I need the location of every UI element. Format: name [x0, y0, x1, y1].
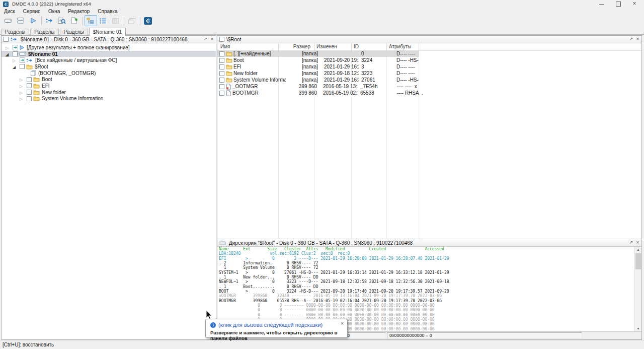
- collapse-icon[interactable]: ◢: [6, 51, 13, 57]
- expand-icon[interactable]: ▷: [6, 45, 13, 50]
- expand-icon[interactable]: ▷: [20, 77, 27, 82]
- file-row-new-folder[interactable]: New folder[папка]2021-09-18 12:323223D--…: [217, 70, 641, 77]
- tree-item--bootmgr-ootmgr-[interactable]: (BOOTMGR, _OOTMGR): [2, 70, 216, 77]
- file-row-efi[interactable]: EFI[папка]2021-01-29 16:283D---- ----: [217, 63, 641, 70]
- file-checkbox[interactable]: [219, 64, 224, 69]
- file-checkbox[interactable]: [219, 58, 224, 63]
- directory-record-line[interactable]: 1 System Volume 0 RHSV---- 72: [217, 265, 641, 270]
- tree-checkbox[interactable]: [27, 90, 32, 95]
- column-divider[interactable]: [419, 43, 419, 50]
- tree-item--[interactable]: ▷[Другие результаты + полное сканировани…: [2, 44, 216, 51]
- column-divider[interactable]: [278, 43, 279, 50]
- file-row--[interactable]: [..][+найденные][папка]0D---- ----: [217, 50, 641, 57]
- panel-close-icon[interactable]: ×: [209, 36, 215, 42]
- expand-icon[interactable]: ▷: [13, 57, 20, 63]
- directory-record-line[interactable]: . 1 New folder... 0 RHSV---- DD: [217, 275, 641, 280]
- panel-maximize-icon[interactable]: ↗: [202, 36, 209, 42]
- open-volume-button[interactable]: [27, 15, 40, 26]
- menu-4[interactable]: Редактор: [64, 8, 94, 15]
- select-device-button[interactable]: [2, 15, 15, 26]
- column-divider[interactable]: [351, 43, 352, 50]
- column-header-3[interactable]: Изменен: [314, 43, 351, 50]
- tree-checkbox[interactable]: [27, 96, 32, 101]
- panel-maximize-icon[interactable]: ↗: [628, 239, 634, 246]
- cell-size: [папка]: [286, 57, 321, 63]
- tree-checkbox[interactable]: [20, 64, 25, 69]
- directory-record-line[interactable]: BOOTMGR 399860 65538 RHS--A-- 2016-05-19…: [217, 299, 641, 303]
- collapse-icon[interactable]: ◢: [13, 64, 20, 69]
- tree-checkbox[interactable]: [27, 83, 32, 88]
- expand-icon[interactable]: ▷: [20, 90, 27, 95]
- file-checkbox[interactable]: [219, 71, 224, 76]
- directory-record-line[interactable]: xOOTMGR 399860 32340 -------- 2016-05-19…: [217, 294, 641, 298]
- column-header-1[interactable]: Имя: [217, 43, 278, 50]
- minimize-button[interactable]: [595, 0, 608, 8]
- panel-close-icon[interactable]: ×: [634, 36, 641, 42]
- file-checkbox[interactable]: [219, 51, 224, 56]
- files-column-header[interactable]: ИмяРазмерИзмененIDАтрибуты: [217, 43, 641, 51]
- directory-record-line[interactable]: 0 0 -------- 0000-00-00 00:00:00 0000-00…: [217, 303, 641, 308]
- partitions-button[interactable]: [15, 15, 27, 26]
- column-header-5[interactable]: Атрибуты: [386, 43, 423, 50]
- panel-maximize-icon[interactable]: ↗: [628, 36, 634, 42]
- cell-size: [папка]: [286, 71, 321, 76]
- file-row-system-volume-informa-[interactable]: System Volume Informa...[папка]2021-01-2…: [217, 77, 641, 83]
- hex-scrollbar[interactable]: ▲ ▼: [634, 247, 641, 332]
- column-header-2[interactable]: Размер: [278, 43, 314, 50]
- directory-record-line[interactable]: 0 0 -------- 0000-00-00 00:00:00 0000-00…: [217, 308, 641, 312]
- tree-item--[interactable]: ▷[Все найденные / виртуальная ФС]: [2, 57, 216, 63]
- file-row--ootmgr[interactable]: _OOTMGR399 8602016-05-19 13:16_7E54h ---…: [217, 83, 641, 90]
- about-dmde-button[interactable]: [142, 15, 154, 26]
- tree-item-efi[interactable]: ▷EFI: [2, 83, 216, 89]
- tree-item-label: $Root: [35, 64, 48, 69]
- directory-record-line[interactable]: NEWFOL~1 > 0 3223 ----D--- 2021-09-18 12…: [217, 280, 641, 284]
- tree-item-$noname-01[interactable]: ◢$Noname 01: [2, 51, 216, 57]
- file-checkbox[interactable]: [219, 78, 224, 83]
- column-divider[interactable]: [386, 43, 387, 50]
- expand-icon[interactable]: ▷: [20, 83, 27, 89]
- menu-5[interactable]: Справка: [94, 8, 121, 15]
- columns-view-button[interactable]: [110, 15, 122, 26]
- tree-view-button[interactable]: [85, 15, 97, 26]
- directory-record-line[interactable]: . 2 Information. 0 RHSV---- 72: [217, 261, 641, 265]
- directory-record-line[interactable]: EFI > 0 3 ----D--- 2021-01-29 16:28:08 2…: [217, 256, 641, 261]
- open-image-button[interactable]: [68, 15, 81, 26]
- full-scan-button[interactable]: [56, 15, 68, 26]
- tooltip-close-icon[interactable]: ×: [341, 321, 344, 326]
- tooltip-title[interactable]: i (клик для вызова следующей подсказки): [210, 322, 323, 328]
- directory-record-line[interactable]: SYSTEM~1 > 0 27061 -HS-D--- 2021-01-29 1…: [217, 270, 641, 275]
- file-row-bootmgr[interactable]: BOOTMGR399 8602016-05-19 02:1665538 ----…: [217, 90, 641, 96]
- column-divider[interactable]: [314, 43, 314, 50]
- expand-icon[interactable]: ▷: [20, 96, 27, 101]
- restore-button[interactable]: [612, 0, 625, 8]
- tree-item-$root[interactable]: ◢$Root: [2, 63, 216, 70]
- scrollbar-thumb[interactable]: [635, 253, 641, 269]
- tree-item-new-folder[interactable]: ▷New folder: [2, 89, 216, 96]
- scroll-up-icon[interactable]: ▲: [635, 247, 641, 253]
- column-header-4[interactable]: ID: [351, 43, 386, 50]
- scan-device-button[interactable]: [43, 15, 56, 26]
- directory-record-line[interactable]: 0 0 -------- 0000-00-00 00:00:00 0000-00…: [217, 313, 641, 317]
- file-checkbox[interactable]: [219, 91, 224, 96]
- file-checkbox[interactable]: [219, 84, 224, 89]
- menu-1[interactable]: Диск: [0, 8, 19, 15]
- tab-$noname-01[interactable]: $Noname 01: [89, 28, 126, 36]
- tree-checkbox[interactable]: [13, 51, 18, 56]
- tree-item-system-volume-information[interactable]: ▷System Volume Information: [2, 96, 216, 102]
- folder-icon: [226, 77, 232, 83]
- directory-record-line[interactable]: LBA:10240 vol.sec:8192 Clus:2 sec:0 rec:…: [217, 251, 641, 256]
- close-button[interactable]: ×: [628, 0, 641, 8]
- tree-checkbox[interactable]: [27, 77, 32, 82]
- directory-record-line[interactable]: BOOT > 0 3224 -HS-D--- 2021-09-20 19:17:…: [217, 289, 641, 294]
- menu-3[interactable]: Окна: [44, 8, 64, 15]
- tree-panel-checkbox[interactable]: [4, 37, 9, 42]
- directory-record-line[interactable]: . 1 Boot......... 0 RHSV---- DD: [217, 285, 641, 289]
- tree-item-boot[interactable]: ▷Boot: [2, 76, 216, 83]
- directory-record-line[interactable]: Name Ext Size Cluster Attrs Modified Cre…: [217, 247, 641, 251]
- list-view-button[interactable]: [97, 15, 110, 26]
- panel-close-icon[interactable]: ×: [634, 239, 641, 246]
- menu-2[interactable]: Сервис: [19, 8, 44, 15]
- file-row-boot[interactable]: Boot[папка]2021-09-20 19:173224D---- -HS…: [217, 57, 641, 63]
- window-layout-button[interactable]: [126, 15, 138, 26]
- files-panel-checkbox[interactable]: [219, 37, 224, 42]
